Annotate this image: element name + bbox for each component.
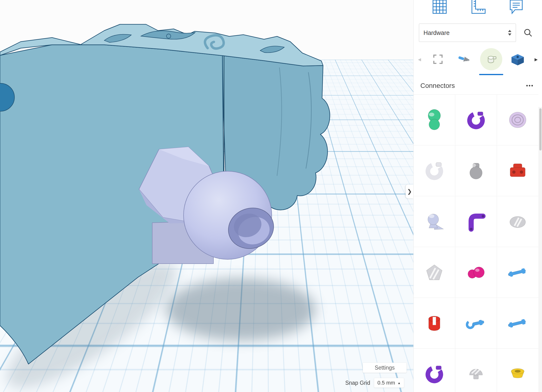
3d-viewport[interactable]: Settings Snap Grid 0.5 mm ▲ ❯ [0, 0, 413, 392]
carousel-prev-button[interactable]: ◂ [416, 55, 423, 64]
parts-panel: Hardware ◂ [413, 0, 542, 392]
part-thumbnail-green-ball-joint[interactable] [414, 95, 455, 145]
part-thumbnail-gray-striped-prism[interactable] [414, 247, 455, 298]
part-thumbnail-magenta-ball-joint[interactable] [455, 247, 497, 298]
search-button[interactable] [519, 24, 537, 41]
part-thumbnail-red-slotted-cylinder[interactable] [414, 298, 455, 348]
part-thumbnail-yellow-funnel-nut[interactable] [497, 349, 538, 392]
carousel-item-connectors[interactable] [480, 48, 502, 70]
chevron-right-icon: ❯ [407, 188, 412, 195]
search-row: Hardware [414, 22, 542, 42]
part-thumbnail-blue-pin-clip[interactable] [455, 298, 497, 348]
select-stepper-icon [508, 30, 511, 36]
snap-grid-dropdown[interactable]: 0.5 mm ▲ [374, 378, 404, 388]
caret-up-icon: ▲ [397, 381, 401, 385]
parts-grid [414, 94, 538, 392]
settings-button[interactable]: Settings [363, 363, 407, 373]
workplane-grid-icon[interactable] [430, 0, 449, 17]
category-carousel: ◂ [414, 43, 542, 76]
carousel-item-screws[interactable] [453, 48, 476, 70]
carousel-item-collection-placeholder[interactable] [427, 48, 449, 70]
part-thumbnail-lavender-ribbed-cap[interactable] [497, 95, 538, 145]
part-thumbnail-gray-striped-disc[interactable] [497, 196, 538, 247]
section-title: Connectors [420, 82, 455, 90]
part-thumbnail-white-clip[interactable] [414, 145, 455, 196]
carousel-item-blocks[interactable] [507, 48, 529, 70]
search-icon [523, 27, 533, 38]
part-thumbnail-gray-ball-socket[interactable] [455, 145, 497, 196]
part-thumbnail-red-block-connector[interactable] [497, 145, 538, 196]
snap-grid-label: Snap Grid [345, 380, 370, 386]
section-header: Connectors ••• [414, 76, 542, 94]
part-thumbnail-gray-striped-knob[interactable] [455, 349, 497, 392]
selected-category-underline [479, 74, 503, 75]
panel-collapse-toggle[interactable]: ❯ [406, 184, 413, 198]
snap-grid-control: Snap Grid 0.5 mm ▲ [345, 378, 404, 388]
part-thumbnail-blue-axle-pin-2[interactable] [497, 298, 538, 348]
panel-toolbar [414, 0, 542, 22]
part-thumbnail-purple-clip[interactable] [455, 95, 497, 145]
notes-icon[interactable] [507, 0, 526, 17]
screw-icon [457, 52, 472, 67]
block-icon [510, 52, 525, 67]
3d-model-scene [0, 0, 413, 392]
category-select-value: Hardware [423, 29, 449, 36]
part-thumbnail-blue-axle-pin[interactable] [497, 247, 538, 298]
scrollbar-thumb[interactable] [539, 108, 542, 150]
panel-scrollbar[interactable] [539, 107, 542, 392]
connectors-category-icon [483, 52, 499, 67]
tinkercad-app: Settings Snap Grid 0.5 mm ▲ ❯ [0, 0, 542, 392]
ruler-icon[interactable] [468, 0, 488, 17]
part-thumbnail-purple-clip-2[interactable] [414, 349, 455, 392]
category-select[interactable]: Hardware [419, 24, 516, 42]
part-thumbnail-lavender-ball-fin[interactable] [414, 196, 455, 247]
part-thumbnail-purple-elbow[interactable] [455, 196, 497, 247]
collection-placeholder-icon [430, 52, 446, 67]
section-menu-button[interactable]: ••• [525, 82, 535, 89]
carousel-next-button[interactable]: ▸ [533, 55, 539, 64]
snap-grid-value: 0.5 mm [377, 380, 395, 386]
